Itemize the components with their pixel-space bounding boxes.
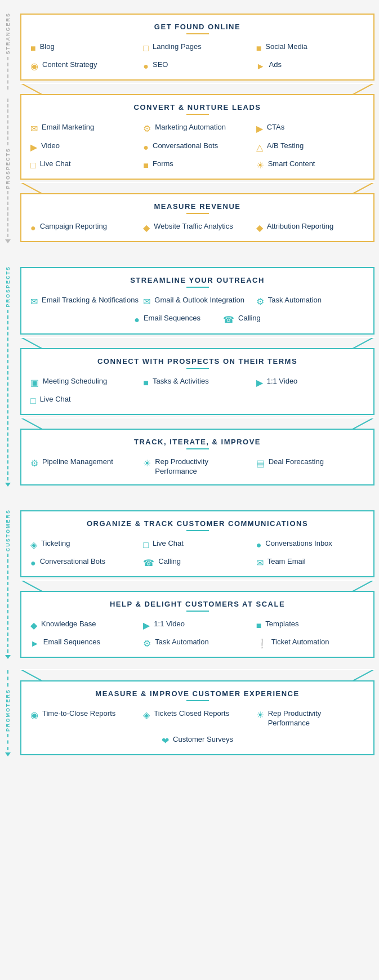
- chevron-teal-3: [20, 580, 374, 592]
- prospects-section: PROSPECTS CONVERT & NURTURE LEADS ✉ Emai…: [0, 94, 379, 246]
- list-item: □ Landing Pages: [143, 42, 251, 54]
- item-label: Customer Surveys: [173, 735, 233, 745]
- list-item: △ A/B Testing: [256, 141, 364, 153]
- item-label: Calling: [238, 314, 261, 323]
- get-found-title: GET FOUND ONLINE: [30, 23, 364, 31]
- strangers-label: STRANGERS: [5, 12, 11, 55]
- help-delight-underline: [186, 611, 209, 612]
- item-label: Meeting Scheduling: [43, 377, 107, 386]
- item-label: Campaign Reporting: [40, 222, 107, 231]
- measure-improve-title: MEASURE & IMPROVE CUSTOMER EXPERIENCE: [30, 689, 364, 698]
- list-item: ▣ Meeting Scheduling: [30, 377, 139, 388]
- track-iterate-grid: ⚙ Pipeline Management ☀ Rep Productivity…: [30, 457, 364, 476]
- deal-forecasting-icon: ▤: [256, 458, 265, 469]
- gmail-outlook-icon: ✉: [143, 296, 150, 307]
- item-label: Smart Content: [268, 159, 315, 169]
- svg-marker-2: [20, 337, 374, 349]
- help-delight-grid: ◆ Knowledge Base ▶ 1:1 Video ■ Templates…: [30, 620, 364, 649]
- list-item: ☀ Rep Productivity Performance: [143, 457, 251, 476]
- list-item: □ Live Chat: [30, 395, 71, 406]
- item-label: Email Marketing: [42, 123, 94, 132]
- list-item: ● Conversational Bots: [143, 141, 251, 153]
- item-label: 1:1 Video: [154, 620, 185, 629]
- landing-pages-icon: □: [143, 43, 149, 54]
- streamline-title: STREAMLINE YOUR OUTREACH: [30, 276, 364, 284]
- item-label: Email Sequences: [43, 638, 100, 647]
- prospects-content: CONVERT & NURTURE LEADS ✉ Email Marketin…: [16, 94, 379, 246]
- list-item: ▶ Video: [30, 141, 139, 153]
- conv-bots-cust-icon: ●: [30, 558, 36, 568]
- blog-icon: ■: [30, 43, 36, 54]
- item-label: Website Traffic Analytics: [154, 222, 233, 231]
- ads-icon: ►: [256, 61, 265, 72]
- list-item: ■ Tasks & Activities: [143, 377, 251, 388]
- item-label: Marketing Automation: [155, 123, 226, 132]
- customer-surveys-icon: ❤: [162, 736, 169, 746]
- promoters-arrow: [5, 752, 11, 756]
- item-label: Tasks & Activities: [153, 377, 209, 386]
- task-auto-cust-icon: ⚙: [143, 638, 151, 649]
- live-chat-icon: □: [30, 160, 36, 171]
- promoters-sidebar: PROMOTERS: [0, 666, 16, 759]
- connect-grid: ▣ Meeting Scheduling ■ Tasks & Activitie…: [30, 377, 364, 388]
- list-item: ■ Forms: [143, 159, 251, 171]
- customers-section: CUSTOMERS ORGANIZE & TRACK CUSTOMER COMM…: [0, 507, 379, 662]
- svg-marker-1: [20, 182, 374, 194]
- item-label: Task Automation: [155, 638, 208, 647]
- time-to-close-icon: ◉: [30, 710, 38, 720]
- promoters-content: MEASURE & IMPROVE CUSTOMER EXPERIENCE ◉ …: [16, 666, 379, 759]
- knowledge-base-icon: ◆: [30, 620, 37, 631]
- promoters-label: PROMOTERS: [5, 689, 11, 732]
- item-label: Video: [41, 141, 60, 151]
- item-label: CTAs: [267, 123, 285, 132]
- connect-bottom-row: □ Live Chat: [30, 395, 364, 406]
- promoters-top-line: [7, 670, 8, 687]
- streamline-centered-row: ● Email Sequences ☎ Calling: [30, 314, 364, 325]
- streamline-underline: [186, 287, 209, 288]
- get-found-underline: [186, 33, 209, 34]
- item-label: Knowledge Base: [41, 620, 96, 629]
- conv-bots-icon: ●: [143, 142, 149, 153]
- list-item: ● Conversations Inbox: [256, 539, 364, 550]
- prospects-sales-section: PROSPECTS STREAMLINE YOUR OUTREACH ✉ Ema…: [0, 264, 379, 489]
- organize-box: ORGANIZE & TRACK CUSTOMER COMMUNICATIONS…: [20, 510, 374, 577]
- item-label: Social Media: [265, 42, 307, 52]
- campaign-reporting-icon: ●: [30, 222, 36, 233]
- item-label: Email Tracking & Notifications: [42, 296, 139, 305]
- prospects-bottom-line: [7, 191, 8, 237]
- forms-icon: ■: [143, 160, 149, 171]
- organize-title: ORGANIZE & TRACK CUSTOMER COMMUNICATIONS: [30, 519, 364, 528]
- svg-marker-0: [20, 83, 374, 95]
- list-item: ☀ Rep Productivity Performance: [256, 709, 364, 728]
- prospects-sales-content: STREAMLINE YOUR OUTREACH ✉ Email Trackin…: [16, 264, 379, 489]
- prospects-arrow: [5, 239, 11, 243]
- connect-title: CONNECT WITH PROSPECTS ON THEIR TERMS: [30, 357, 364, 366]
- strangers-section: STRANGERS GET FOUND ONLINE ■ Blog □ Land…: [0, 10, 379, 94]
- list-item: □ Live Chat: [30, 159, 139, 171]
- list-item: ✉ Gmail & Outlook Integration: [143, 296, 251, 307]
- item-label: Time-to-Close Reports: [42, 709, 115, 719]
- list-item: ● Campaign Reporting: [30, 222, 139, 233]
- ab-testing-icon: △: [256, 142, 263, 153]
- list-item: ☎ Calling: [223, 314, 261, 325]
- item-label: Attribution Reporting: [267, 222, 334, 231]
- customers-arrow: [5, 655, 11, 659]
- strangers-content: GET FOUND ONLINE ■ Blog □ Landing Pages …: [16, 10, 379, 94]
- ticket-auto-icon: ❕: [256, 638, 267, 649]
- list-item: ● SEO: [143, 60, 251, 72]
- measure-improve-underline: [186, 700, 209, 701]
- item-label: A/B Testing: [267, 141, 304, 151]
- list-item: ⚙ Pipeline Management: [30, 457, 139, 476]
- get-found-grid: ■ Blog □ Landing Pages ■ Social Media ◉ …: [30, 42, 364, 72]
- list-item: ■ Social Media: [256, 42, 364, 54]
- chevron-teal-4: [20, 669, 374, 681]
- content-strategy-icon: ◉: [30, 61, 38, 72]
- meeting-scheduling-icon: ▣: [30, 377, 39, 388]
- item-label: Rep Productivity Performance: [268, 709, 364, 728]
- streamline-box: STREAMLINE YOUR OUTREACH ✉ Email Trackin…: [20, 267, 374, 334]
- svg-marker-5: [20, 669, 374, 681]
- item-label: Live Chat: [40, 159, 71, 169]
- live-chat-cust-icon: □: [143, 540, 149, 550]
- list-item: ✉ Email Marketing: [30, 123, 139, 134]
- connect-underline: [186, 368, 209, 369]
